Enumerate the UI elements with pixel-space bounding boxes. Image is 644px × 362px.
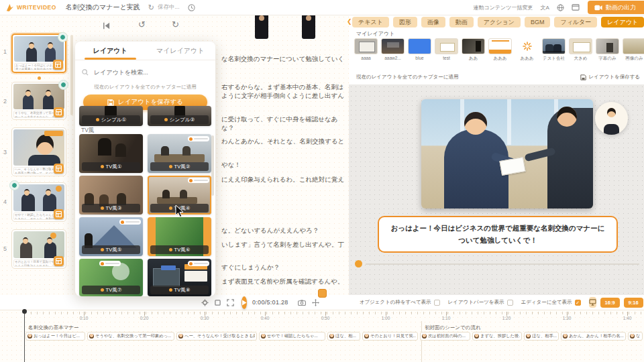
timeline-clip[interactable]: まずな、挨拶した後... [472,332,522,341]
apply-all-link[interactable]: 現在のレイアウトを全てのチャプターに適用 [75,84,215,90]
chapter-card-3[interactable]: へー、そうなんや！受け取るときも両手で受け取って、すぐに中身を確認せなあかんの？ [11,127,66,176]
layout-item-simple-2[interactable]: シンプル② [148,106,211,126]
script-line[interactable]: やな！ [221,161,347,170]
my-layout-item[interactable]: aaaa [354,38,378,69]
chapter-label-1[interactable]: 名刺交換の基本マナー [28,324,79,331]
timeline-clip[interactable]: 次は初対面の時の... [420,332,470,341]
chapter-card-4[interactable]: せやで！確認したらちゃんと覚えなあかん。それとな、名刺交換するときは... [11,182,66,222]
skip-start-icon[interactable] [102,21,111,30]
playhead[interactable] [24,310,25,362]
checkbox-unchecked[interactable] [434,300,440,306]
layout-item-tv5[interactable]: TV風⑤ [79,217,143,256]
chapter-layout-button[interactable] [54,209,64,219]
layout-search-input[interactable] [93,68,209,76]
sidebar-scrollbar[interactable] [70,35,73,115]
chapter-card-2[interactable]: そうやな、名刺交換って第一印象めっちゃ左右するからな。まず基本中の基本、名刺は.… [11,82,66,120]
history-clock-icon[interactable] [188,4,195,11]
save-layout-link[interactable]: レイアウトを保存する [580,74,640,80]
character-figure-2[interactable] [302,13,315,39]
checkbox-checked[interactable]: ✓ [575,300,581,306]
monitor-view-button[interactable] [589,297,596,308]
window-icon[interactable] [572,4,580,11]
layout-item-tv3[interactable]: TV風③ [79,176,143,215]
panel-collapse-chevron[interactable]: ❮ [347,18,352,25]
popup-scrollbar[interactable] [211,135,214,196]
my-layout-item[interactable]: テスト会社 [542,38,566,69]
redo-icon[interactable]: ↻ [172,19,179,29]
script-line[interactable]: ように文字が相手側向くように差し出すん [221,92,347,101]
translate-icon[interactable]: 文A [540,4,549,11]
my-layout-item[interactable]: 大きめ [569,38,592,69]
chapter-card-1[interactable]: おっはよー！今日はビジネスの世界で超重要な名刺交換のマナーについて勉強していくで… [11,34,66,73]
my-layout-item[interactable]: ああ [462,38,485,69]
toggle-layout-parts[interactable]: レイアウトパーツを表示 [448,299,513,306]
timeline-clip[interactable]: せやで！確認したらちゃ... [259,332,325,341]
script-line[interactable]: にええ印象与えられるわ。これ絶対に覚え [221,176,347,184]
tab-layout[interactable]: レイアウト [75,42,146,60]
settings-icon[interactable] [201,299,209,306]
app-logo[interactable]: WRITEVIDEO [5,3,56,12]
timeline-clip[interactable]: ほな、相手... [524,332,559,341]
timeline-clip[interactable]: そうやな、名刺交換って第一印象めっ... [87,332,174,341]
timeline-clip[interactable]: あかん、あかん！相手の名... [561,332,626,341]
timeline-clip[interactable]: そのとおり！目見て笑... [362,332,418,341]
tab-layout-panel[interactable]: レイアウト [601,17,644,27]
fullscreen-icon[interactable] [227,299,234,306]
subtitle-box[interactable]: おっはよー！今日はビジネスの世界で超重要な名刺交換のマナーについて勉強していくで… [378,216,618,253]
timeline-clip[interactable]: おっはよー！今日はビ... [25,332,85,341]
tab-image[interactable]: 画像 [421,17,445,27]
script-line[interactable]: に受け取って、すぐに中身を確認せなあ [221,115,347,124]
tab-filter[interactable]: フィルター [554,17,597,27]
ratio-16-9-button[interactable]: 16:9 [600,298,620,308]
my-layout-item-loading[interactable]: あああ [515,38,539,69]
chapter-card-5[interactable]: そのとおり！目見て笑顔でやったらええ印象与えられるわ。これ絶対に覚え... [11,229,66,269]
my-layout-item[interactable]: aaaw2... [381,38,405,69]
script-line[interactable]: まず表面見て名前や所属を確認するんや。 [221,278,347,286]
script-line[interactable]: な名刺交換のマナーについて勉強していく [221,55,347,64]
chapter-layout-button[interactable] [54,256,64,266]
script-line[interactable]: わんとあかん。それとな、名刺交換すると [221,137,347,146]
stop-icon[interactable] [215,300,221,306]
character-figure-1[interactable] [255,13,268,39]
timeline-clip[interactable]: なる... [628,332,643,341]
my-layout-item[interactable]: あああ [488,38,512,69]
tab-video[interactable]: 動画 [449,17,474,27]
bulk-change-label[interactable]: 連動コンテンツ一括変更 [474,4,533,11]
checkbox-unchecked[interactable] [507,300,513,306]
layout-item-tv1[interactable]: TV風① [79,134,143,173]
preview-stage-image[interactable] [421,99,593,208]
globe-icon[interactable] [557,4,564,11]
layout-item-simple-1[interactable]: シンプル① [79,106,143,126]
undo-icon[interactable]: ↺ [138,19,146,29]
apply-all-link-right[interactable]: 現在のレイアウトを全てのチャプターに適用 [356,74,458,80]
snapshot-camera-icon[interactable] [298,300,306,306]
my-layout-item[interactable]: blue [408,38,431,69]
add-chapter-dot[interactable] [38,76,41,80]
ratio-9-16-button[interactable]: 9:16 [624,298,643,308]
my-layout-item[interactable]: 画像のみ [623,38,644,69]
project-title[interactable]: 名刺交換のマナーと実践 [66,3,140,12]
timeline-clip[interactable]: へー、そうなんや！受け取るときも両... [176,332,257,341]
chapter-layout-button[interactable] [54,107,64,117]
layout-item-tv7[interactable]: TV風⑦ [79,259,143,296]
chapter-layout-button[interactable] [53,60,63,70]
tab-bgm[interactable]: BGM [525,17,551,27]
my-layout-item[interactable]: test [435,38,458,69]
layout-item-tv6[interactable]: TV風⑥ [148,217,211,256]
tab-my-layout[interactable]: マイレイアウト [146,42,216,60]
tab-action[interactable]: アクション [478,17,521,27]
script-line[interactable]: 右するからな。まず基本中の基本、名刺は [221,83,347,92]
toggle-object-frames[interactable]: オブジェクトの枠をすべて表示 [360,299,440,306]
toggle-show-all-editor[interactable]: エディターに全て表示✓ [521,299,581,306]
chapter-label-2[interactable]: 初対面のシーンでの流れ [425,324,481,331]
preview-seek-handle[interactable] [355,260,362,267]
preview-seekbar[interactable] [366,263,639,265]
timeline-clip[interactable]: ほな、相... [327,332,360,341]
script-line[interactable]: な。どないするんがええんやろ？ [221,227,347,235]
script-line[interactable]: いします」言うて名刺を差し出すんや。丁 [221,241,347,249]
script-line[interactable]: すぐにしまうんか？ [221,263,347,272]
layout-item-tv2[interactable]: TV風② [148,134,211,173]
move-icon[interactable] [312,299,319,306]
chapter-layout-button[interactable] [54,164,64,174]
tab-shape[interactable]: 図形 [393,17,417,27]
